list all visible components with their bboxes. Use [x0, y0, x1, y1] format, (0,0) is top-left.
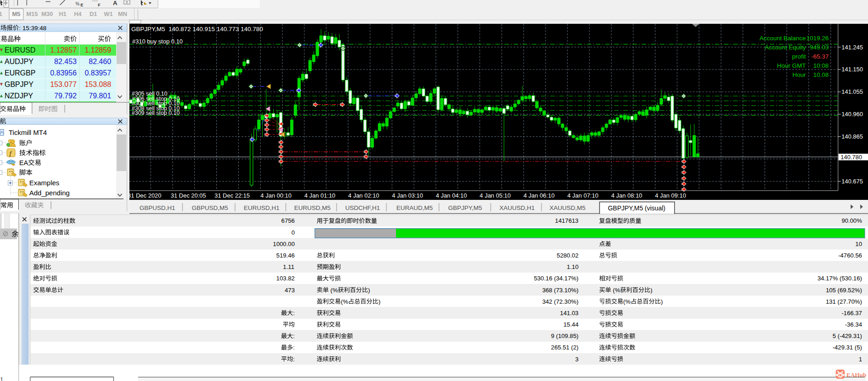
svg-text:1.12859: 1.12859: [85, 46, 111, 54]
svg-text:EURUSD,H1: EURUSD,H1: [244, 204, 279, 211]
svg-text:4 Jan 09:10: 4 Jan 09:10: [655, 192, 686, 199]
svg-text:4 Jan 00:10: 4 Jan 00:10: [261, 192, 292, 199]
svg-text:4 Jan 01:10: 4 Jan 01:10: [304, 192, 335, 199]
svg-text:-4760.56: -4760.56: [838, 252, 862, 259]
svg-text:79.792: 79.792: [54, 92, 77, 100]
svg-text:): ): [368, 287, 370, 294]
svg-text:5280.02: 5280.02: [557, 252, 579, 259]
svg-text:140.865: 140.865: [841, 133, 863, 140]
svg-text:E: E: [80, 3, 83, 7]
svg-text::: :: [293, 310, 295, 317]
svg-text:140.780: 140.780: [841, 154, 862, 161]
svg-text:Tickmill MT4: Tickmill MT4: [9, 129, 47, 136]
svg-text:4 Jan 04:10: 4 Jan 04:10: [436, 192, 467, 199]
svg-text:XAUUSD,H1: XAUUSD,H1: [499, 204, 535, 211]
svg-text:profit: profit: [792, 53, 806, 60]
svg-text:15.44: 15.44: [563, 321, 579, 328]
svg-text:T: T: [126, 0, 128, 5]
svg-text:519.46: 519.46: [276, 252, 295, 259]
svg-text:949.03: 949.03: [810, 44, 829, 51]
svg-text:): ): [650, 287, 652, 294]
svg-text:31 Dec 2020: 31 Dec 2020: [128, 192, 161, 199]
svg-text:Hour GMT: Hour GMT: [777, 62, 806, 69]
svg-text:31 Dec 20:05: 31 Dec 20:05: [171, 192, 206, 199]
svg-text:5 (-429.31): 5 (-429.31): [832, 333, 862, 339]
svg-text:Add_pending: Add_pending: [29, 189, 70, 197]
svg-text:): ): [378, 298, 380, 305]
svg-text:1.12857: 1.12857: [50, 46, 77, 54]
svg-text:W1: W1: [104, 11, 113, 17]
svg-text:3: 3: [575, 356, 579, 363]
svg-text:XAUUSD,M5: XAUUSD,M5: [550, 204, 586, 211]
svg-text:D1: D1: [90, 11, 97, 17]
svg-text:#309 sell stop 0.10: #309 sell stop 0.10: [132, 110, 180, 116]
svg-text:0.83957: 0.83957: [85, 69, 111, 77]
svg-text:EURGBP: EURGBP: [5, 69, 36, 77]
svg-text:1.10: 1.10: [567, 263, 579, 270]
svg-text:82.453: 82.453: [54, 58, 77, 65]
svg-text:82.460: 82.460: [89, 58, 111, 65]
svg-text:GBPUSD,M5: GBPUSD,M5: [192, 204, 228, 211]
svg-text:-166.37: -166.37: [841, 310, 862, 317]
svg-text:141.245: 141.245: [841, 44, 863, 51]
svg-text:GBPJPY,M5: GBPJPY,M5: [448, 204, 482, 211]
svg-text:1019.26: 1019.26: [806, 35, 829, 42]
svg-text:0.83956: 0.83956: [50, 69, 77, 77]
svg-text:GBPJPY: GBPJPY: [5, 80, 33, 88]
svg-text:Examples: Examples: [29, 179, 59, 187]
svg-text:-36.34: -36.34: [845, 321, 862, 328]
svg-text:Hour: Hour: [793, 71, 806, 78]
svg-text:141.150: 141.150: [841, 66, 863, 73]
svg-text:Account Equity: Account Equity: [765, 44, 806, 51]
svg-text:(%: (%: [329, 287, 338, 294]
svg-text:1000.00: 1000.00: [273, 241, 295, 247]
svg-text:473: 473: [285, 287, 295, 294]
svg-text:4 Jan 02:10: 4 Jan 02:10: [348, 192, 379, 199]
svg-text:141.055: 141.055: [841, 88, 863, 95]
svg-text:EURUSD,M5: EURUSD,M5: [294, 204, 331, 211]
svg-text:EURUSD: EURUSD: [5, 46, 36, 54]
svg-text:9 (109.85): 9 (109.85): [551, 333, 579, 339]
svg-text:1: 1: [0, 376, 3, 381]
svg-text::: :: [293, 356, 295, 363]
svg-text:GBPUSD,H1: GBPUSD,H1: [139, 204, 175, 211]
svg-text:10:08: 10:08: [813, 62, 829, 69]
svg-text:(%: (%: [623, 298, 631, 305]
svg-text:153.088: 153.088: [85, 80, 111, 88]
svg-text:265.51 (2): 265.51 (2): [551, 344, 579, 351]
svg-text:EA: EA: [19, 159, 28, 166]
svg-text:AUDJPY: AUDJPY: [5, 58, 33, 65]
svg-text:1417613: 1417613: [555, 217, 579, 224]
svg-text:6756: 6756: [281, 217, 295, 224]
svg-text:Account Balance: Account Balance: [760, 35, 806, 42]
svg-text:M30: M30: [41, 11, 53, 17]
svg-text:140.960: 140.960: [841, 111, 863, 118]
svg-text:4 Jan 07:10: 4 Jan 07:10: [568, 192, 599, 199]
svg-text:0: 0: [291, 229, 295, 236]
svg-text:(%: (%: [611, 287, 620, 294]
svg-text:#310 buy stop 0.10: #310 buy stop 0.10: [132, 38, 183, 45]
svg-text:M5: M5: [12, 11, 21, 17]
svg-text:USDCHF,H1: USDCHF,H1: [345, 204, 380, 211]
svg-text:%: %: [75, 1, 80, 6]
svg-text:NZDJPY: NZDJPY: [5, 92, 33, 100]
svg-text:MN: MN: [118, 11, 127, 17]
svg-text:530.16 (34.17%): 530.16 (34.17%): [534, 275, 579, 282]
svg-text:GBPJPY,M5 140.872 140.915 140: GBPJPY,M5 140.872 140.915 140.773 140.78…: [131, 26, 263, 32]
svg-text:368 (73.10%): 368 (73.10%): [542, 287, 579, 294]
svg-text:EURAUD,M5: EURAUD,M5: [396, 204, 433, 211]
svg-text:141.03: 141.03: [560, 310, 579, 317]
svg-text:79.801: 79.801: [89, 92, 111, 100]
svg-text:F: F: [98, 3, 101, 7]
svg-text:10: 10: [855, 241, 862, 247]
svg-text:34.17% (530.16): 34.17% (530.16): [817, 275, 862, 282]
svg-text:-65.37: -65.37: [811, 53, 829, 60]
svg-text:105 (69.52%): 105 (69.52%): [826, 287, 862, 294]
svg-text:A: A: [113, 0, 118, 6]
svg-text:1: 1: [859, 356, 862, 363]
svg-text:M15: M15: [26, 11, 38, 17]
svg-text:4 Jan 08:10: 4 Jan 08:10: [611, 192, 642, 199]
svg-text:M1: M1: [0, 11, 2, 17]
svg-text:4 Jan 03:10: 4 Jan 03:10: [392, 192, 423, 199]
svg-text:10.08: 10.08: [813, 71, 829, 78]
